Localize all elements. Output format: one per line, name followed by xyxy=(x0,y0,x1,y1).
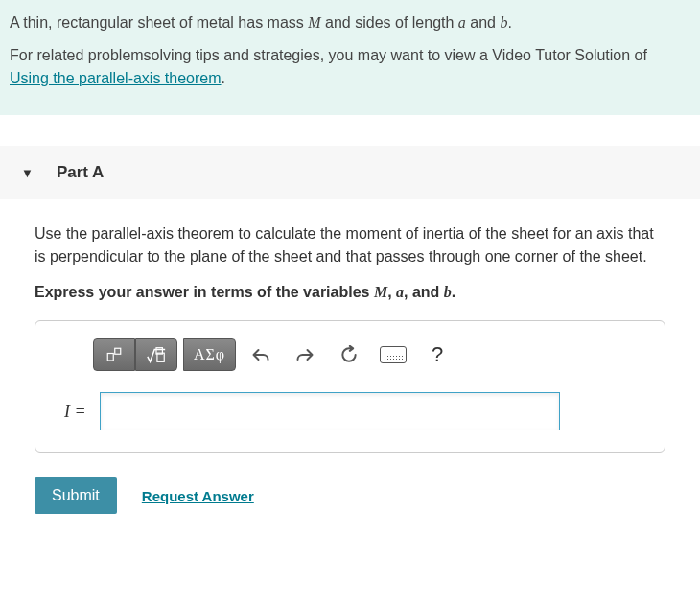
variable-a: a xyxy=(458,14,466,31)
reset-button[interactable] xyxy=(330,338,368,371)
sqrt-icon xyxy=(146,344,167,365)
text: , xyxy=(387,284,396,300)
text: . xyxy=(507,14,511,31)
keyboard-button[interactable] xyxy=(374,338,412,371)
variable-a: a xyxy=(396,284,404,300)
part-a-body: Use the parallel-axis theorem to calcula… xyxy=(0,199,700,533)
answer-box: ΑΣφ ? I = xyxy=(35,320,665,453)
tool-templates-group xyxy=(93,338,177,371)
request-answer-link[interactable]: Request Answer xyxy=(142,488,254,504)
answer-input-row: I = xyxy=(64,392,645,430)
text: . xyxy=(222,70,225,86)
variable-M: M xyxy=(374,284,387,300)
greek-button[interactable]: ΑΣφ xyxy=(183,338,236,371)
video-tutor-link[interactable]: Using the parallel-axis theorem xyxy=(10,70,222,86)
text: , and xyxy=(404,284,444,300)
text: Express your answer in terms of the vari… xyxy=(35,284,374,300)
undo-icon xyxy=(251,345,270,364)
action-row: Submit Request Answer xyxy=(35,477,665,514)
sqrt-button[interactable] xyxy=(135,338,177,371)
help-button[interactable]: ? xyxy=(418,338,456,371)
text: For related problemsolving tips and stra… xyxy=(10,47,647,63)
tips-statement: For related problemsolving tips and stra… xyxy=(10,44,690,90)
express-instruction: Express your answer in terms of the vari… xyxy=(35,284,665,301)
part-a-header[interactable]: ▼ Part A xyxy=(0,146,700,199)
undo-button[interactable] xyxy=(242,338,280,371)
reset-icon xyxy=(339,345,359,364)
text: and xyxy=(466,14,501,31)
svg-rect-0 xyxy=(107,354,113,361)
redo-button[interactable] xyxy=(286,338,324,371)
template-icon xyxy=(105,346,123,363)
text: A thin, rectangular sheet of metal has m… xyxy=(10,14,308,31)
text: . xyxy=(452,284,455,300)
answer-input[interactable] xyxy=(100,392,560,430)
text: and sides of length xyxy=(321,14,458,31)
problem-statement: A thin, rectangular sheet of metal has m… xyxy=(10,12,690,35)
question-text: Use the parallel-axis theorem to calcula… xyxy=(35,222,665,268)
svg-rect-1 xyxy=(115,348,121,354)
answer-lhs-label: I = xyxy=(64,402,86,422)
equation-toolbar: ΑΣφ ? xyxy=(93,338,645,371)
part-title: Part A xyxy=(57,163,104,182)
variable-b: b xyxy=(444,284,452,300)
problem-intro: A thin, rectangular sheet of metal has m… xyxy=(0,0,700,115)
variable-M: M xyxy=(308,14,320,31)
template-button[interactable] xyxy=(93,338,135,371)
submit-button[interactable]: Submit xyxy=(35,477,117,514)
keyboard-icon xyxy=(380,346,407,363)
tool-greek-group: ΑΣφ xyxy=(183,338,236,371)
redo-icon xyxy=(295,345,315,364)
collapse-icon: ▼ xyxy=(21,166,34,180)
